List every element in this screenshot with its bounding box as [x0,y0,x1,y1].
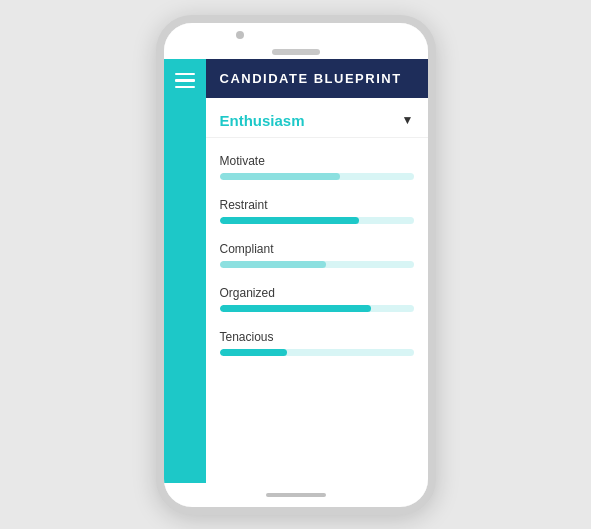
trait-name: Restraint [220,198,414,212]
bar-fill [220,173,340,180]
trait-item: Organized [206,278,428,322]
trait-item: Motivate [206,146,428,190]
home-indicator [266,493,326,497]
hamburger-line-2 [175,79,195,82]
app-content: CANDIDATE BLUEPRINT Enthusiasm ▼ Motivat… [164,59,428,483]
hamburger-line-3 [175,86,195,89]
phone-bottom-bar [164,483,428,507]
hamburger-menu-button[interactable] [175,73,195,89]
bar-fill [220,261,327,268]
trait-name: Organized [220,286,414,300]
app-header: CANDIDATE BLUEPRINT [206,59,428,98]
traits-list: MotivateRestraintCompliantOrganizedTenac… [206,138,428,483]
trait-item: Compliant [206,234,428,278]
sidebar [164,59,206,483]
bar-track [220,217,414,224]
trait-name: Compliant [220,242,414,256]
hamburger-line-1 [175,73,195,76]
chevron-down-icon: ▼ [402,113,414,127]
page-title: CANDIDATE BLUEPRINT [220,71,402,86]
bar-track [220,305,414,312]
bar-fill [220,217,360,224]
phone-top-bar [164,23,428,59]
dropdown-label: Enthusiasm [220,112,305,129]
bar-fill [220,349,288,356]
phone-frame: CANDIDATE BLUEPRINT Enthusiasm ▼ Motivat… [156,15,436,515]
bar-track [220,173,414,180]
category-dropdown[interactable]: Enthusiasm ▼ [206,98,428,138]
trait-name: Motivate [220,154,414,168]
speaker [272,49,320,55]
main-panel: CANDIDATE BLUEPRINT Enthusiasm ▼ Motivat… [206,59,428,483]
trait-item: Restraint [206,190,428,234]
camera-dot [236,31,244,39]
trait-item: Tenacious [206,322,428,366]
trait-name: Tenacious [220,330,414,344]
bar-track [220,261,414,268]
bar-fill [220,305,371,312]
bar-track [220,349,414,356]
